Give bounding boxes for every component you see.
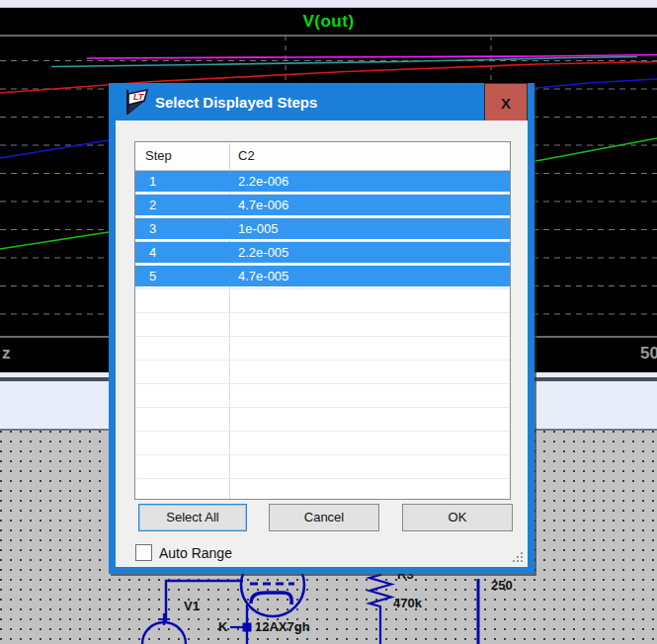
auto-range-checkbox[interactable] [135,544,152,561]
label-r3-value: 470k [393,596,422,610]
label-250: 250 [491,578,513,593]
step-cell: 3 [149,218,156,239]
label-cathode-k: K [218,619,227,634]
table-body: 1 2.2e-006 2 4.7e-006 3 1e-005 4 2.2e-00… [135,171,510,500]
step-cell: 5 [149,266,156,286]
x-axis-tick-fragment-right: 50 [640,344,657,363]
dialog-title: Select Displayed Steps [155,94,317,111]
select-displayed-steps-dialog: LT Select Displayed Steps X Step C2 1 2.… [109,83,534,574]
step-row-3[interactable]: 3 1e-005 [135,218,510,239]
dialog-titlebar[interactable]: LT Select Displayed Steps [109,83,534,121]
value-cell: 1e-005 [238,218,278,239]
net-node-square [243,623,252,632]
column-divider[interactable] [229,143,230,169]
x-axis-tick-fragment-left: z [2,344,11,363]
wire [166,581,243,622]
label-tube-model: 12AX7gh [255,619,310,634]
value-cell: 2.2e-005 [238,242,288,263]
resistor-r3-symbol [370,571,391,644]
step-list-table: Step C2 1 2.2e-006 2 4.7e-006 3 1e-005 [134,141,511,500]
resize-grip[interactable] [521,552,523,554]
step-row-1[interactable]: 1 2.2e-006 [135,171,510,192]
label-v1: V1 [184,599,200,613]
select-all-button[interactable]: Select All [138,504,247,531]
column-header-c2[interactable]: C2 [238,142,255,169]
svg-text:LT: LT [133,92,145,102]
value-cell: 4.7e-006 [238,195,288,215]
value-cell: 4.7e-005 [238,266,288,286]
step-row-4[interactable]: 4 2.2e-005 [135,242,510,263]
step-row-2[interactable]: 2 4.7e-006 [135,195,510,215]
dialog-body: Step C2 1 2.2e-006 2 4.7e-006 3 1e-005 [116,121,528,567]
step-row-5[interactable]: 5 4.7e-005 [135,266,510,286]
auto-range-label: Auto Range [159,545,232,561]
column-header-step[interactable]: Step [145,142,172,169]
value-cell: 2.2e-006 [238,171,288,192]
voltage-source-v1-symbol [142,622,186,644]
tube-cathode [251,593,291,604]
cancel-button[interactable]: Cancel [269,504,379,531]
ok-button[interactable]: OK [402,504,513,531]
window-top-strip [0,0,657,8]
ltspice-logo-icon: LT [124,88,151,117]
step-cell: 4 [149,242,156,263]
close-button[interactable]: X [484,83,528,124]
step-cell: 1 [149,171,156,192]
table-header-row: Step C2 [135,142,510,171]
step-cell: 2 [149,195,156,215]
